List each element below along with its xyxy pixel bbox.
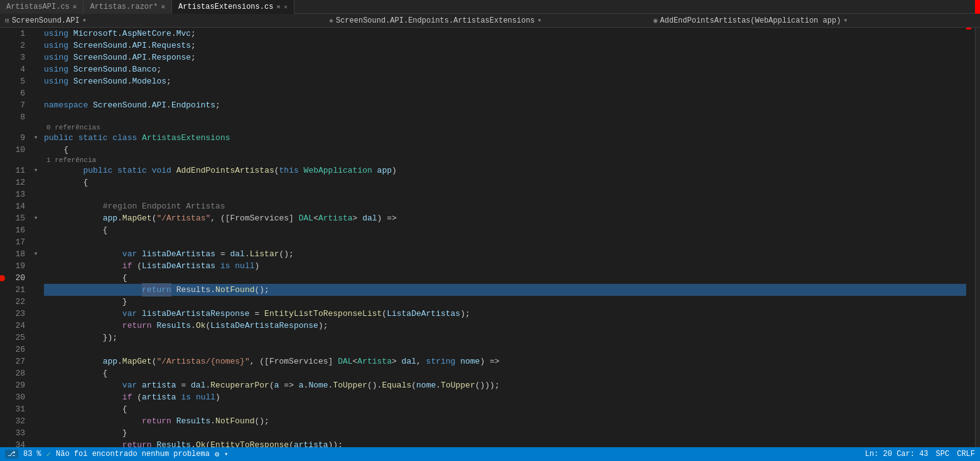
breadcrumb-project[interactable]: ScreenSound.API <box>12 16 80 25</box>
ln-10: 10 <box>0 144 25 156</box>
tab-close-icon[interactable]: ✕ <box>276 3 281 11</box>
ln-21: 21 <box>0 284 25 296</box>
editor-area: 1 2 3 4 5 6 7 8 9 10 11 12 13 14 15 16 1… <box>0 28 980 447</box>
code-line-17 <box>44 236 966 248</box>
ln-26: 26 <box>0 344 25 355</box>
ln-25: 25 <box>0 332 25 344</box>
code-line-30: { <box>44 403 966 415</box>
fold-15[interactable]: ▾ <box>30 212 41 224</box>
code-line-6 <box>44 87 966 99</box>
ln-2: 2 <box>0 40 25 52</box>
ln-33: 33 <box>0 427 25 439</box>
fold-2 <box>30 40 41 52</box>
tab-label: ArtistasAPI.cs <box>6 3 70 11</box>
line-numbers: 1 2 3 4 5 6 7 8 9 10 11 12 13 14 15 16 1… <box>0 28 30 447</box>
scroll-indicator <box>975 0 980 14</box>
tab-artistas-razor[interactable]: Artistas.razor* ✕ <box>83 0 172 14</box>
fold-ref-spacer <box>30 123 41 132</box>
breadcrumb-arrow: ▾ <box>537 16 542 25</box>
fold-11[interactable]: ▾ <box>30 165 41 176</box>
breadcrumb-arrow: ▾ <box>843 16 848 25</box>
fold-16 <box>30 224 41 236</box>
ln-32: 32 <box>0 415 25 427</box>
code-line-8 <box>44 111 966 123</box>
ln-13: 13 <box>0 188 25 200</box>
ln-17: 17 <box>0 236 25 248</box>
status-right: Ln: 20 Car: 43 SPC CRLF <box>865 450 975 458</box>
fold-3 <box>30 52 41 63</box>
code-line-12: { <box>44 176 966 188</box>
code-line-29: if (artista is null) <box>44 391 966 403</box>
code-line-18: var listaDeArtistas = dal.Listar(); <box>44 248 966 260</box>
fold-9[interactable]: ▾ <box>30 132 41 144</box>
breadcrumb-class[interactable]: ScreenSound.API.Endpoints.ArtistasExtens… <box>336 16 535 25</box>
code-editor[interactable]: using Microsoft.AspNetCore.Mvc; using Sc… <box>41 28 966 447</box>
breadcrumb-method[interactable]: AddEndPointsArtistas(WebApplication app) <box>660 16 841 25</box>
tab-artistas-api[interactable]: ArtistasAPI.cs ✕ <box>0 0 83 14</box>
breadcrumb-middle: ◈ ScreenSound.API.Endpoints.ArtistasExte… <box>329 16 650 25</box>
zoom-level[interactable]: 83 % <box>23 450 41 458</box>
code-line-15: app.MapGet("/Artistas", ([FromServices] … <box>44 212 966 224</box>
code-line-32: } <box>44 427 966 439</box>
ln-29: 29 <box>0 379 25 391</box>
code-line-24: }); <box>44 332 966 344</box>
fold-7 <box>30 99 41 111</box>
ln-16: 16 <box>0 224 25 236</box>
line-ending[interactable]: CRLF <box>957 450 975 458</box>
ln-23: 23 <box>0 308 25 320</box>
source-control-icon[interactable]: ⚙ <box>215 450 219 459</box>
method-icon: ◉ <box>654 16 658 24</box>
branch-button[interactable]: ⎇ <box>5 450 18 458</box>
fold-13 <box>30 188 41 200</box>
tab-label: ArtistasExtensions.cs <box>178 3 273 11</box>
no-problems-text[interactable]: Não foi encontrado nenhum problema <box>56 450 210 458</box>
code-line-9: public static class ArtistasExtensions <box>44 132 966 144</box>
scroll-error-marker <box>966 28 971 30</box>
tab-close-icon[interactable]: ✕ <box>161 3 165 11</box>
ln-car[interactable]: Ln: 20 Car: 43 <box>865 450 929 458</box>
code-line-27: { <box>44 367 966 379</box>
tab-label: Artistas.razor* <box>90 3 158 11</box>
fold-17 <box>30 236 41 248</box>
tab-pin-icon[interactable]: ✕ <box>284 3 288 11</box>
code-line-28: var artista = dal.RecuperarPor(a => a.No… <box>44 379 966 391</box>
code-line-5: using ScreenSound.Modelos; <box>44 75 966 87</box>
code-line-33: return Results.Ok(EntityToResponse(artis… <box>44 439 966 447</box>
ln-34: 34 <box>0 439 25 447</box>
ln-8: 8 <box>0 111 25 123</box>
code-line-4: using ScreenSound.Banco; <box>44 63 966 75</box>
fold-20 <box>30 272 41 284</box>
ln-ref <box>0 123 25 132</box>
fold-12 <box>30 176 41 188</box>
class-icon: ◈ <box>329 16 333 24</box>
code-line-19: { <box>44 272 966 284</box>
ref-hint-11: 1 referência <box>44 156 966 165</box>
ln-15: 15 <box>0 212 25 224</box>
vertical-scrollbar[interactable] <box>966 28 975 447</box>
status-bar: ⎇ 83 % ✓ Não foi encontrado nenhum probl… <box>0 447 980 461</box>
ln-31: 31 <box>0 403 25 415</box>
fold-18[interactable]: ▾ <box>30 248 41 260</box>
code-line-21: } <box>44 296 966 308</box>
code-line-31: return Results.NotFound(); <box>44 415 966 427</box>
code-line-16: { <box>44 224 966 236</box>
ln-ref2 <box>0 156 25 165</box>
fold-column: ▾ ▾ ▾ ▾ <box>30 28 41 447</box>
ln-12: 12 <box>0 176 25 188</box>
ln-11: 11 <box>0 165 25 176</box>
breakpoint-dot[interactable] <box>0 275 5 281</box>
code-line-20: return Results.NotFound(); <box>44 284 966 296</box>
tab-close-icon[interactable]: ✕ <box>73 3 77 11</box>
code-line-22: var listaDeArtistaResponse = EntityListT… <box>44 308 966 320</box>
ln-20: 20 <box>0 272 25 284</box>
fold-8 <box>30 111 41 123</box>
ln-24: 24 <box>0 320 25 332</box>
ln-28: 28 <box>0 367 25 379</box>
ln-3: 3 <box>0 52 25 63</box>
code-line-23: return Results.Ok(ListaDeArtistaResponse… <box>44 320 966 332</box>
code-line-14: #region Endpoint Artistas <box>44 200 966 212</box>
encoding[interactable]: SPC <box>936 450 950 458</box>
tab-artistas-extensions[interactable]: ArtistasExtensions.cs ✕ ✕ <box>172 0 294 14</box>
minimap[interactable] <box>975 28 980 447</box>
fold-4 <box>30 63 41 75</box>
